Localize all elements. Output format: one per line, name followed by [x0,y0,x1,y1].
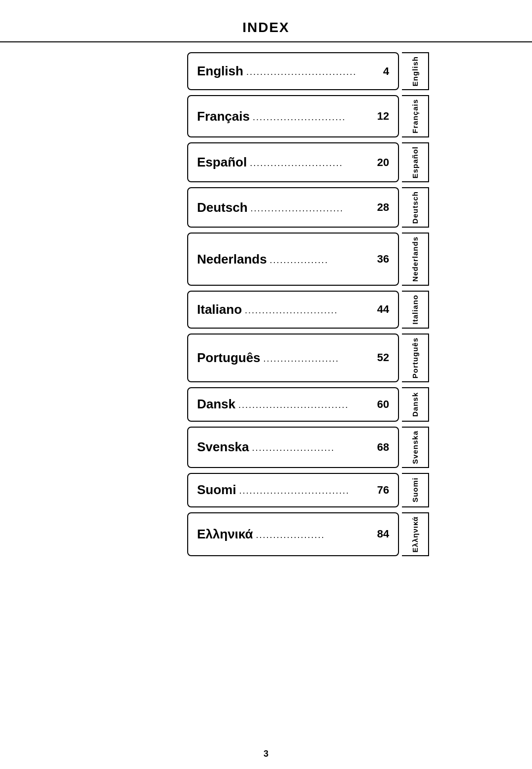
tab-label: Italiano [409,292,421,328]
tab-label-container: Ελληνικά [402,512,429,556]
language-box[interactable]: Português......................52 [187,334,399,382]
tab-label-container: Nederlands [402,233,429,286]
list-item[interactable]: Dansk................................60D… [187,387,493,422]
language-name: Deutsch [197,200,248,215]
language-name: Français [197,109,250,124]
language-name: English [197,64,243,79]
dot-leader: ................................ [235,400,374,410]
list-item[interactable]: Nederlands.................36Nederlands [187,233,493,286]
tab-label-container: Italiano [402,291,429,329]
page-number: 12 [377,110,389,123]
page-number: 52 [377,351,389,364]
language-name: Suomi [197,482,236,498]
dot-leader: .................... [253,530,374,540]
language-box[interactable]: Suomi................................76 [187,473,399,507]
page-number: 76 [377,484,389,497]
dot-leader: ................................ [236,486,374,496]
tab-label: Português [409,334,421,381]
language-name: Nederlands [197,252,267,267]
language-name: Ελληνικά [197,527,253,542]
tab-label: Nederlands [409,234,421,285]
dot-leader: ................. [267,255,374,266]
dot-leader: ........................... [242,305,374,316]
language-name: Italiano [197,302,242,317]
language-name: Dansk [197,397,235,412]
language-name: Español [197,155,247,170]
tab-label-container: Español [402,142,429,182]
language-box[interactable]: Dansk................................60 [187,387,399,422]
page-number: 4 [383,65,389,78]
page-title: INDEX [0,0,532,41]
list-item[interactable]: Português......................52Portugu… [187,334,493,382]
dot-leader: ........................... [247,158,374,168]
page-number: 36 [377,253,389,266]
page-number: 84 [377,528,389,540]
language-box[interactable]: Svenska........................68 [187,427,399,468]
tab-label: Ελληνικά [409,513,421,555]
list-item[interactable]: English................................4… [187,52,493,90]
dot-leader: ................................ [243,67,380,77]
list-item[interactable]: Ελληνικά....................84Ελληνικά [187,512,493,556]
list-item[interactable]: Svenska........................68Svenska [187,427,493,468]
tab-label: Dansk [409,389,421,420]
page-number: 20 [377,156,389,169]
tab-label-container: Deutsch [402,187,429,228]
list-item[interactable]: Français...........................12Fra… [187,95,493,137]
tab-label-container: English [402,52,429,90]
language-box[interactable]: Italiano...........................44 [187,291,399,329]
tab-label: Suomi [409,474,421,505]
page-number: 28 [377,201,389,214]
dot-leader: ........................... [250,112,374,123]
tab-label-container: Dansk [402,387,429,422]
language-box[interactable]: Español...........................20 [187,142,399,182]
tab-label: Svenska [409,428,421,467]
tab-label: English [409,53,421,89]
tab-label-container: Français [402,95,429,137]
page-footer-number: 3 [0,749,532,759]
tab-label: Deutsch [409,188,421,227]
dot-leader: ........................ [249,443,374,453]
page-number: 68 [377,441,389,454]
language-box[interactable]: Français...........................12 [187,95,399,137]
tab-label-container: Português [402,334,429,382]
title-divider [0,41,532,42]
language-name: Português [197,350,261,366]
list-item[interactable]: Italiano...........................44Ita… [187,291,493,329]
tab-label-container: Suomi [402,473,429,507]
index-container: English................................4… [187,52,493,591]
language-box[interactable]: Nederlands.................36 [187,233,399,286]
language-box[interactable]: English................................4 [187,52,399,90]
list-item[interactable]: Deutsch...........................28Deut… [187,187,493,228]
language-box[interactable]: Ελληνικά....................84 [187,512,399,556]
dot-leader: ...................... [261,354,374,364]
page-number: 60 [377,398,389,411]
language-name: Svenska [197,439,249,455]
tab-label-container: Svenska [402,427,429,468]
language-box[interactable]: Deutsch...........................28 [187,187,399,228]
dot-leader: ........................... [248,203,374,214]
list-item[interactable]: Español...........................20Espa… [187,142,493,182]
tab-label: Français [409,96,421,136]
list-item[interactable]: Suomi................................76S… [187,473,493,507]
page-number: 44 [377,303,389,316]
tab-label: Español [409,143,421,181]
